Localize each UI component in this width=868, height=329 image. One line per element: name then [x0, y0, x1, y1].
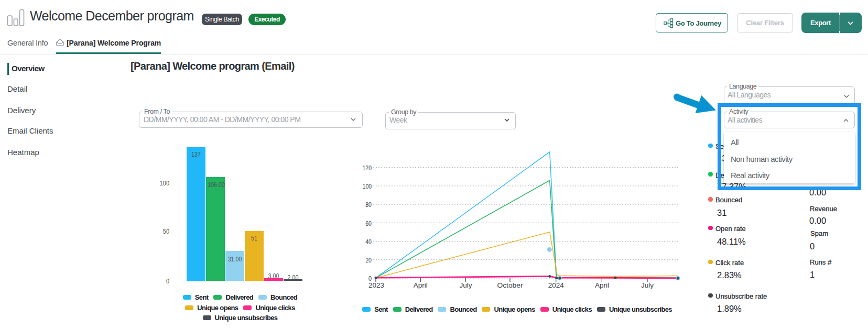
svg-text:2024: 2024	[548, 281, 564, 289]
svg-text:20: 20	[365, 256, 372, 264]
svg-text:April: April	[595, 281, 609, 289]
svg-text:60: 60	[365, 220, 372, 227]
svg-text:80: 80	[365, 201, 372, 209]
svg-text:April: April	[414, 281, 428, 289]
svg-text:120: 120	[363, 164, 372, 172]
svg-text:2023: 2023	[368, 281, 384, 289]
svg-text:July: July	[460, 281, 472, 289]
svg-text:40: 40	[365, 238, 372, 246]
svg-text:October: October	[497, 281, 524, 289]
svg-text:July: July	[641, 281, 654, 289]
svg-text:100: 100	[363, 182, 372, 190]
